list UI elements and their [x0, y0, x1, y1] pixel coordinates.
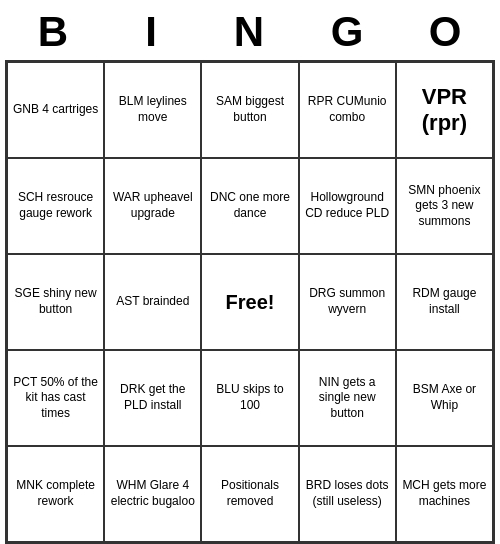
bingo-cell-c18[interactable]: BLU skips to 100 — [201, 350, 298, 446]
bingo-cell-c24[interactable]: BRD loses dots (still useless) — [299, 446, 396, 542]
title-g: G — [304, 8, 392, 56]
bingo-cell-c15[interactable]: RDM gauge install — [396, 254, 493, 350]
bingo-cell-c2[interactable]: BLM leylines move — [104, 62, 201, 158]
title-o: O — [402, 8, 490, 56]
title-i: I — [108, 8, 196, 56]
bingo-cell-c21[interactable]: MNK complete rework — [7, 446, 104, 542]
bingo-cell-c14[interactable]: DRG summon wyvern — [299, 254, 396, 350]
title-b: B — [10, 8, 98, 56]
bingo-cell-c22[interactable]: WHM Glare 4 electric bugaloo — [104, 446, 201, 542]
bingo-cell-c6[interactable]: SCH resrouce gauge rework — [7, 158, 104, 254]
bingo-title: B I N G O — [5, 0, 495, 60]
bingo-cell-c16[interactable]: PCT 50% of the kit has cast times — [7, 350, 104, 446]
bingo-cell-c3[interactable]: SAM biggest button — [201, 62, 298, 158]
title-n: N — [206, 8, 294, 56]
bingo-cell-c12[interactable]: AST brainded — [104, 254, 201, 350]
bingo-grid: GNB 4 cartrigesBLM leylines moveSAM bigg… — [5, 60, 495, 544]
bingo-cell-c13[interactable]: Free! — [201, 254, 298, 350]
bingo-cell-c9[interactable]: Hollowground CD reduce PLD — [299, 158, 396, 254]
bingo-cell-c19[interactable]: NIN gets a single new button — [299, 350, 396, 446]
bingo-cell-c23[interactable]: Positionals removed — [201, 446, 298, 542]
bingo-cell-c8[interactable]: DNC one more dance — [201, 158, 298, 254]
bingo-cell-c1[interactable]: GNB 4 cartriges — [7, 62, 104, 158]
bingo-cell-c17[interactable]: DRK get the PLD install — [104, 350, 201, 446]
bingo-cell-c10[interactable]: SMN phoenix gets 3 new summons — [396, 158, 493, 254]
bingo-cell-c7[interactable]: WAR upheavel upgrade — [104, 158, 201, 254]
bingo-cell-c11[interactable]: SGE shiny new button — [7, 254, 104, 350]
bingo-cell-c20[interactable]: BSM Axe or Whip — [396, 350, 493, 446]
bingo-cell-c4[interactable]: RPR CUMunio combo — [299, 62, 396, 158]
bingo-cell-c5[interactable]: VPR (rpr) — [396, 62, 493, 158]
bingo-cell-c25[interactable]: MCH gets more machines — [396, 446, 493, 542]
